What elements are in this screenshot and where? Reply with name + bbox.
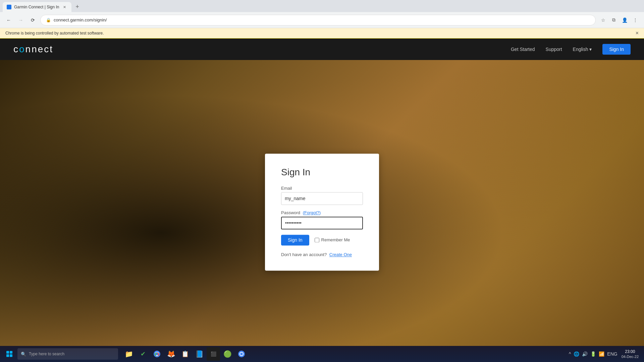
password-label-text: Password xyxy=(281,210,300,215)
taskbar-item-purple[interactable]: 📋 xyxy=(178,347,192,361)
search-placeholder: Type here to search xyxy=(29,352,64,356)
form-actions: Sign In Remember Me xyxy=(281,235,363,245)
taskbar-item-task[interactable]: ✔ xyxy=(136,347,150,361)
tray-chevron[interactable]: ^ xyxy=(569,351,571,357)
signin-submit-button[interactable]: Sign In xyxy=(281,235,309,245)
email-group: Email xyxy=(281,186,363,205)
tab-title: Garmin Connect | Sign In xyxy=(14,5,59,9)
system-tray: ^ 🌐 🔊 🔋 📶 ENG 23:00 04-Dec-22 xyxy=(569,349,641,359)
win-square-2 xyxy=(10,351,12,354)
remember-me-text: Remember Me xyxy=(321,237,350,242)
taskbar-item-terminal[interactable]: ⬛ xyxy=(207,347,220,361)
address-bar: ← → ⟳ 🔒 connect.garmin.com/signin/ ☆ ⧉ 👤… xyxy=(0,12,644,28)
tray-language[interactable]: ENG xyxy=(607,351,617,357)
taskbar-items: 📁 ✔ 🦊 📋 📘 ⬛ 🟢 xyxy=(122,347,248,361)
taskbar-item-firefox[interactable]: 🦊 xyxy=(164,347,178,361)
password-group: Password (Forgot?) xyxy=(281,210,363,229)
warning-text: Chrome is being controlled by automated … xyxy=(5,31,104,36)
start-button[interactable] xyxy=(3,347,16,361)
taskbar-item-chrome[interactable] xyxy=(150,347,164,361)
bookmark-button[interactable]: ☆ xyxy=(598,15,608,25)
warning-close-button[interactable]: × xyxy=(636,30,639,36)
get-started-link[interactable]: Get Started xyxy=(511,47,535,52)
page-content: connect Get Started Support English ▾ Si… xyxy=(0,39,644,362)
password-label: Password (Forgot?) xyxy=(281,210,363,215)
forward-button[interactable]: → xyxy=(16,15,25,25)
tray-network[interactable]: 🌐 xyxy=(574,351,579,357)
tab-favicon xyxy=(7,5,11,9)
profile-button[interactable]: 👤 xyxy=(620,15,629,25)
email-input[interactable] xyxy=(281,192,363,205)
reload-button[interactable]: ⟳ xyxy=(28,15,38,25)
clock-time: 23:00 xyxy=(622,349,639,355)
clock-area[interactable]: 23:00 04-Dec-22 xyxy=(622,349,639,359)
taskbar-search[interactable]: 🔍 Type here to search xyxy=(17,348,118,360)
create-account-link[interactable]: Create One xyxy=(329,252,352,257)
password-input[interactable] xyxy=(281,217,363,229)
tray-battery[interactable]: 🔋 xyxy=(590,351,596,357)
active-tab[interactable]: Garmin Connect | Sign In ✕ xyxy=(3,2,71,12)
forgot-password-link[interactable]: (Forgot?) xyxy=(303,210,321,215)
address-actions: ☆ ⧉ 👤 ⋮ xyxy=(598,15,640,25)
nav-links: Get Started Support English ▾ Sign In xyxy=(511,44,631,55)
taskbar-item-file-explorer[interactable]: 📁 xyxy=(122,347,136,361)
logo-text: connect xyxy=(13,44,53,54)
tray-wifi[interactable]: 📶 xyxy=(599,351,604,357)
create-account-area: Don't have an account? Create One xyxy=(281,252,363,257)
tab-close-button[interactable]: ✕ xyxy=(62,4,67,10)
taskbar-item-chrome2[interactable] xyxy=(235,347,248,361)
clock-date: 04-Dec-22 xyxy=(622,355,639,359)
windows-icon xyxy=(6,351,12,357)
browser-frame: Garmin Connect | Sign In ✕ + ← → ⟳ 🔒 con… xyxy=(0,0,644,362)
support-link[interactable]: Support xyxy=(546,47,562,52)
taskbar: 🔍 Type here to search 📁 ✔ 🦊 📋 📘 ⬛ 🟢 xyxy=(0,346,644,362)
extensions-button[interactable]: ⧉ xyxy=(609,15,619,25)
remember-me-label[interactable]: Remember Me xyxy=(315,237,350,242)
win-square-1 xyxy=(6,351,9,354)
signin-card: Sign In Email Password (Forgot?) Sign In xyxy=(265,154,379,270)
signin-title: Sign In xyxy=(281,167,363,178)
back-button[interactable]: ← xyxy=(4,15,13,25)
remember-me-checkbox[interactable] xyxy=(315,238,319,242)
new-tab-button[interactable]: + xyxy=(73,2,82,11)
tray-icons: ^ 🌐 🔊 🔋 📶 ENG xyxy=(569,351,618,357)
tray-volume[interactable]: 🔊 xyxy=(582,351,588,357)
tab-bar: Garmin Connect | Sign In ✕ + xyxy=(0,0,644,12)
nav-signin-button[interactable]: Sign In xyxy=(602,44,631,55)
no-account-text: Don't have an account? xyxy=(281,252,327,257)
menu-button[interactable]: ⋮ xyxy=(631,15,640,25)
svg-point-5 xyxy=(240,353,243,355)
taskbar-item-vscode[interactable]: 📘 xyxy=(193,347,206,361)
language-selector[interactable]: English ▾ xyxy=(573,47,592,52)
lock-icon: 🔒 xyxy=(46,18,51,22)
automation-warning: Chrome is being controlled by automated … xyxy=(0,28,644,39)
topnav: connect Get Started Support English ▾ Si… xyxy=(0,39,644,60)
address-input[interactable]: 🔒 connect.garmin.com/signin/ xyxy=(40,15,596,25)
address-text: connect.garmin.com/signin/ xyxy=(54,17,590,22)
win-square-3 xyxy=(6,354,9,357)
win-square-4 xyxy=(10,354,12,357)
logo: connect xyxy=(13,44,53,55)
taskbar-item-green[interactable]: 🟢 xyxy=(221,347,234,361)
email-label: Email xyxy=(281,186,363,191)
